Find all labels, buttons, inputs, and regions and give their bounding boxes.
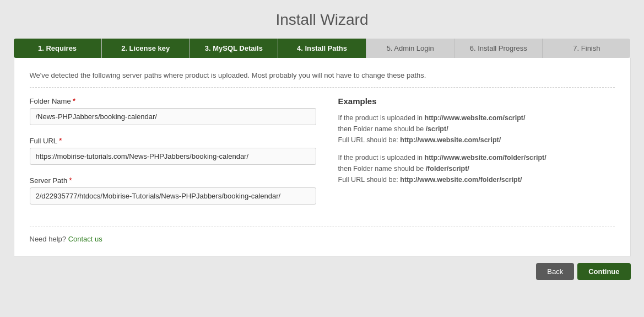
step-5[interactable]: 5. Admin Login <box>366 39 454 58</box>
page-title: Install Wizard <box>14 11 631 29</box>
steps-bar: 1. Requires 2. License key 3. MySQL Deta… <box>14 39 631 58</box>
step-1[interactable]: 1. Requires <box>14 39 101 58</box>
full-url-group: Full URL * <box>30 136 316 165</box>
main-panel: We've detected the following server path… <box>14 58 631 256</box>
step-6[interactable]: 6. Install Progress <box>454 39 542 58</box>
continue-button[interactable]: Continue <box>577 263 630 280</box>
intro-text: We've detected the following server path… <box>30 71 615 88</box>
back-button[interactable]: Back <box>536 263 574 280</box>
server-path-group: Server Path * <box>30 176 316 205</box>
full-url-label: Full URL * <box>30 136 316 145</box>
folder-name-required: * <box>73 96 75 105</box>
folder-name-input[interactable] <box>30 108 316 125</box>
full-url-input[interactable] <box>30 148 316 165</box>
full-url-required: * <box>59 136 62 145</box>
footer-bar: Back Continue <box>14 256 631 280</box>
server-path-label: Server Path * <box>30 176 316 185</box>
step-4[interactable]: 4. Install Paths <box>278 39 366 58</box>
server-path-required: * <box>69 176 72 185</box>
folder-name-label: Folder Name * <box>30 96 316 105</box>
contact-link[interactable]: Contact us <box>68 235 102 243</box>
step-3[interactable]: 3. MySQL Details <box>190 39 278 58</box>
examples-title: Examples <box>338 96 615 106</box>
example-block-1: If the product is uploaded in http://www… <box>338 112 615 146</box>
folder-name-group: Folder Name * <box>30 96 316 125</box>
server-path-input[interactable] <box>30 187 316 205</box>
form-section: Folder Name * Full URL * Server Path <box>30 96 316 216</box>
step-2[interactable]: 2. License key <box>101 39 190 58</box>
examples-section: Examples If the product is uploaded in h… <box>338 96 615 216</box>
example-block-2: If the product is uploaded in http://www… <box>338 152 615 185</box>
step-7[interactable]: 7. Finish <box>542 39 630 58</box>
help-section: Need help? Contact us <box>30 227 615 243</box>
